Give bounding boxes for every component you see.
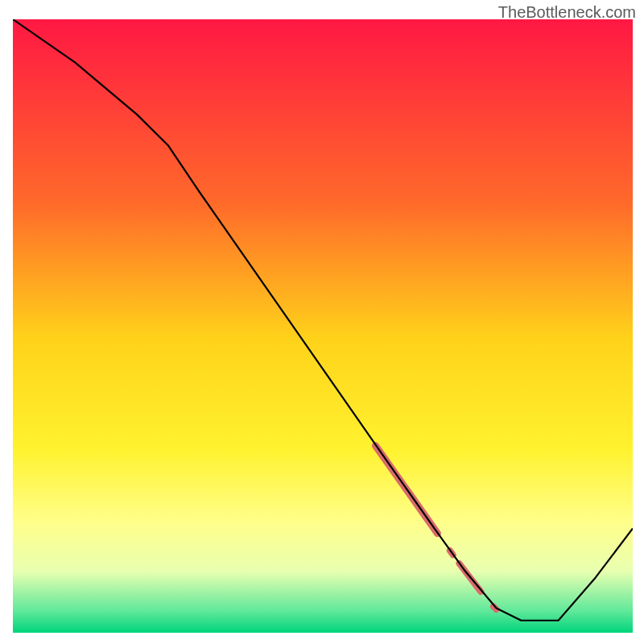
chart-container: TheBottleneck.com bbox=[0, 0, 644, 644]
watermark-text: TheBottleneck.com bbox=[498, 3, 636, 22]
gradient-background bbox=[13, 19, 633, 633]
bottleneck-chart bbox=[0, 0, 644, 644]
